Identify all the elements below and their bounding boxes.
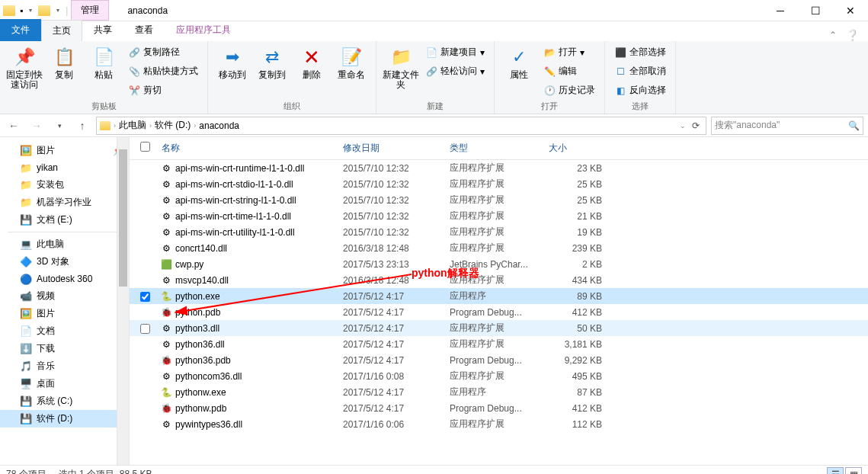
- sidebar-item[interactable]: 🔷3D 对象: [0, 253, 129, 271]
- file-type: 应用程序扩展: [450, 178, 549, 191]
- file-row[interactable]: ⚙api-ms-win-crt-string-l1-1-0.dll2015/7/…: [130, 192, 868, 208]
- column-type[interactable]: 类型: [450, 142, 549, 155]
- file-row[interactable]: ⚙pythoncom36.dll2017/1/16 0:08应用程序扩展495 …: [130, 368, 868, 384]
- status-bar: 78 个项目 选中 1 个项目 88.5 KB ☰ ▦: [0, 465, 868, 474]
- file-row[interactable]: ⚙api-ms-win-crt-time-l1-1-0.dll2015/7/10…: [130, 208, 868, 224]
- file-size: 19 KB: [549, 227, 610, 238]
- tab-view[interactable]: 查看: [123, 19, 165, 41]
- file-row[interactable]: ⚙msvcp140.dll2016/3/18 12:48应用程序扩展434 KB: [130, 272, 868, 288]
- sidebar-item[interactable]: ⬇️下载: [0, 340, 129, 357]
- file-row[interactable]: ⚙python3.dll2017/5/12 4:17应用程序扩展50 KB: [130, 320, 868, 336]
- up-button[interactable]: ↑: [73, 117, 91, 135]
- file-row[interactable]: 🐍pythonw.exe2017/5/12 4:17应用程序87 KB: [130, 384, 868, 400]
- open-button[interactable]: 📂打开 ▾: [540, 44, 598, 60]
- file-row[interactable]: ⚙pywintypes36.dll2017/1/16 0:06应用程序扩展112…: [130, 416, 868, 432]
- file-icon: ⚙: [160, 226, 172, 239]
- file-row[interactable]: ⚙api-ms-win-crt-utility-l1-1-0.dll2015/7…: [130, 224, 868, 240]
- scrollbar[interactable]: [117, 137, 129, 465]
- column-size[interactable]: 大小: [549, 142, 610, 155]
- file-name: cwp.py: [175, 259, 203, 270]
- back-button[interactable]: ←: [5, 117, 23, 135]
- search-input[interactable]: 搜索"anaconda" 🔍: [711, 117, 863, 135]
- sidebar-item[interactable]: 🎵音乐: [0, 357, 129, 375]
- file-row[interactable]: 🟩cwp.py2017/5/13 23:13JetBrains PyChar..…: [130, 256, 868, 272]
- rename-button[interactable]: 📝重命名: [333, 44, 370, 80]
- file-row[interactable]: 🐞pythonw.pdb2017/5/12 4:17Program Debug.…: [130, 400, 868, 416]
- file-row[interactable]: ⚙api-ms-win-crt-runtime-l1-1-0.dll2015/7…: [130, 160, 868, 176]
- file-row[interactable]: 🐞python.pdb2017/5/12 4:17Program Debug..…: [130, 304, 868, 320]
- file-row[interactable]: ⚙concrt140.dll2016/3/18 12:48应用程序扩展239 K…: [130, 240, 868, 256]
- row-checkbox[interactable]: [140, 324, 150, 334]
- properties-button[interactable]: ✓属性: [501, 44, 537, 80]
- file-type: 应用程序扩展: [450, 370, 549, 383]
- column-date[interactable]: 修改日期: [343, 142, 450, 155]
- file-size: 21 KB: [549, 211, 610, 222]
- help-icon[interactable]: ❔: [846, 29, 859, 41]
- sidebar-item[interactable]: 🖼️图片📌: [0, 142, 129, 159]
- sidebar-item[interactable]: 📹视频: [0, 287, 129, 305]
- file-type: 应用程序扩展: [450, 242, 549, 255]
- nav-label: 软件 (D:): [37, 412, 72, 425]
- edit-button[interactable]: ✏️编辑: [540, 63, 598, 79]
- sidebar-item[interactable]: 💾文档 (E:): [0, 211, 129, 229]
- nav-label: yikan: [37, 162, 58, 173]
- copy-button[interactable]: 📋复制: [46, 44, 82, 80]
- breadcrumb: 此电脑›: [119, 119, 152, 132]
- refresh-button[interactable]: ⟳: [689, 120, 703, 131]
- address-bar: ← → ▾ ↑ › 此电脑› 软件 (D:)› anaconda ⌄ ⟳ 搜索"…: [0, 114, 868, 137]
- close-button[interactable]: ✕: [833, 0, 868, 21]
- pin-button[interactable]: 📌固定到快速访问: [6, 44, 43, 90]
- file-row[interactable]: ⚙python36.dll2017/5/12 4:17应用程序扩展3,181 K…: [130, 336, 868, 352]
- sidebar-item[interactable]: 📁yikan: [0, 159, 129, 176]
- sidebar-item[interactable]: 🖥️桌面: [0, 375, 129, 392]
- new-item-button[interactable]: 📄新建项目 ▾: [422, 44, 488, 60]
- icons-view-button[interactable]: ▦: [845, 467, 862, 475]
- sidebar-item[interactable]: 💾系统 (C:): [0, 392, 129, 410]
- file-size: 412 KB: [549, 307, 610, 318]
- file-size: 50 KB: [549, 323, 610, 334]
- column-name[interactable]: 名称: [160, 142, 343, 155]
- cut-button[interactable]: ✂️剪切: [125, 82, 201, 98]
- recent-button[interactable]: ▾: [50, 117, 69, 135]
- select-none-button[interactable]: ☐全部取消: [611, 63, 669, 79]
- sidebar-item[interactable]: 🔵Autodesk 360: [0, 271, 129, 287]
- new-folder-button[interactable]: 📁新建文件夹: [383, 44, 419, 90]
- tab-home[interactable]: 主页: [41, 20, 82, 41]
- address-dropdown-icon[interactable]: ⌄: [680, 122, 686, 130]
- row-checkbox[interactable]: [140, 292, 150, 302]
- select-all-button[interactable]: ⬛全部选择: [611, 44, 669, 60]
- delete-button[interactable]: ✕删除: [293, 44, 330, 80]
- forward-button[interactable]: →: [27, 117, 46, 135]
- sidebar-item[interactable]: 💾软件 (D:): [0, 410, 129, 428]
- file-icon: ⚙: [160, 338, 172, 351]
- select-all-checkbox[interactable]: [140, 142, 150, 152]
- sidebar-item[interactable]: 📁机器学习作业: [0, 194, 129, 211]
- history-button[interactable]: 🕐历史记录: [540, 82, 598, 98]
- qat-btn[interactable]: ▪: [20, 5, 23, 16]
- maximize-button[interactable]: ☐: [798, 0, 833, 21]
- sidebar-item[interactable]: 💻此电脑: [0, 235, 129, 253]
- address-field[interactable]: › 此电脑› 软件 (D:)› anaconda ⌄ ⟳: [96, 117, 706, 135]
- tab-file[interactable]: 文件: [0, 19, 41, 41]
- invert-selection-button[interactable]: ◧反向选择: [611, 82, 669, 98]
- paste-shortcut-button[interactable]: 📎粘贴快捷方式: [125, 63, 201, 79]
- tab-app-tools[interactable]: 应用程序工具: [165, 19, 242, 41]
- details-view-button[interactable]: ☰: [827, 467, 844, 475]
- file-row[interactable]: ⚙api-ms-win-crt-stdio-l1-1-0.dll2015/7/1…: [130, 176, 868, 192]
- sidebar-item[interactable]: 📁安装包: [0, 176, 129, 194]
- easy-access-button[interactable]: 🔗轻松访问 ▾: [422, 63, 488, 79]
- search-icon[interactable]: 🔍: [848, 120, 860, 131]
- qat-folder-btn[interactable]: [38, 5, 50, 16]
- tab-share[interactable]: 共享: [82, 19, 123, 41]
- copy-to-button[interactable]: ⇄复制到: [254, 44, 290, 80]
- paste-button[interactable]: 📄粘贴: [85, 44, 122, 80]
- collapse-ribbon-icon[interactable]: ⌃: [829, 30, 837, 40]
- file-type: Program Debug...: [450, 403, 549, 414]
- copy-path-button[interactable]: 🔗复制路径: [125, 44, 201, 60]
- file-row[interactable]: 🐞python36.pdb2017/5/12 4:17Program Debug…: [130, 352, 868, 368]
- sidebar-item[interactable]: 🖼️图片: [0, 305, 129, 322]
- sidebar-item[interactable]: 📄文档: [0, 322, 129, 340]
- move-to-button[interactable]: ➡移动到: [214, 44, 251, 80]
- file-row[interactable]: 🐍python.exe2017/5/12 4:17应用程序89 KB: [130, 288, 868, 304]
- minimize-button[interactable]: ─: [763, 0, 798, 21]
